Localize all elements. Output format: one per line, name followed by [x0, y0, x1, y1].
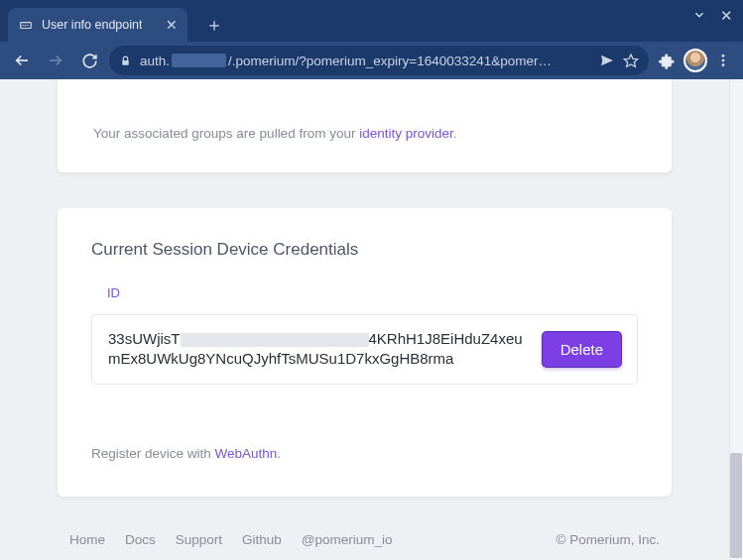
- url-redacted: [172, 54, 226, 67]
- groups-card: Your associated groups are pulled from y…: [58, 79, 672, 172]
- footer-link-support[interactable]: Support: [176, 532, 222, 547]
- delete-button[interactable]: Delete: [543, 332, 621, 367]
- kebab-menu-icon[interactable]: [715, 53, 731, 68]
- credential-id-label: ID: [91, 285, 638, 300]
- svg-point-8: [722, 55, 725, 57]
- tab-title: User info endpoint: [42, 18, 142, 32]
- address-bar[interactable]: auth./.pomerium/?pomerium_expiry=1640033…: [109, 46, 649, 75]
- groups-note: Your associated groups are pulled from y…: [58, 97, 672, 172]
- back-button[interactable]: [8, 47, 36, 74]
- bookmark-icon[interactable]: [623, 53, 639, 68]
- tab-close-icon[interactable]: ✕: [166, 17, 178, 33]
- share-icon[interactable]: [599, 53, 615, 68]
- profile-avatar[interactable]: [683, 49, 707, 72]
- identity-provider-link[interactable]: identity provider: [359, 126, 453, 141]
- session-card: Current Session Device Credentials ID 33…: [58, 208, 672, 497]
- forward-button: [42, 47, 69, 74]
- window-controls: ✕: [692, 0, 743, 42]
- credential-redacted: [181, 333, 369, 347]
- window-minimize-icon[interactable]: [692, 8, 706, 22]
- tab-active[interactable]: User info endpoint ✕: [8, 8, 187, 42]
- session-title: Current Session Device Credentials: [91, 240, 638, 260]
- svg-point-9: [722, 59, 725, 62]
- extensions-icon[interactable]: [659, 53, 676, 69]
- url-text: auth./.pomerium/?pomerium_expiry=1640033…: [140, 54, 591, 68]
- footer-link-home[interactable]: Home: [69, 532, 105, 547]
- svg-rect-6: [122, 59, 129, 64]
- page-viewport: Your associated groups are pulled from y…: [0, 79, 743, 560]
- tab-strip: User info endpoint ✕ ＋: [0, 0, 743, 42]
- footer-copyright: © Pomerium, Inc.: [557, 532, 660, 547]
- svg-point-10: [722, 63, 725, 66]
- window-close-icon[interactable]: ✕: [720, 8, 733, 23]
- credential-row: 33sUWjisT4KRhH1J8EiHduZ4xeumEx8UWkUg8YNc…: [91, 314, 638, 385]
- footer-link-docs[interactable]: Docs: [125, 532, 156, 547]
- footer-link-twitter[interactable]: @pomerium_io: [302, 532, 393, 547]
- tab-favicon-icon: [18, 17, 34, 33]
- footer-links: Home Docs Support Github @pomerium_io: [69, 532, 393, 547]
- browser-toolbar: auth./.pomerium/?pomerium_expiry=1640033…: [0, 42, 743, 79]
- svg-marker-7: [624, 55, 637, 66]
- reload-button[interactable]: [75, 47, 103, 74]
- scrollbar-track[interactable]: [729, 79, 743, 560]
- scrollbar-thumb[interactable]: [730, 453, 742, 558]
- webauthn-link[interactable]: WebAuthn: [215, 446, 278, 461]
- page-content: Your associated groups are pulled from y…: [0, 79, 729, 560]
- new-tab-button[interactable]: ＋: [205, 8, 223, 42]
- credential-id: 33sUWjisT4KRhH1J8EiHduZ4xeumEx8UWkUg8YNc…: [108, 329, 523, 370]
- register-note: Register device with WebAuthn.: [91, 420, 638, 461]
- footer-link-github[interactable]: Github: [242, 532, 282, 547]
- lock-icon: [119, 55, 132, 67]
- page-footer: Home Docs Support Github @pomerium_io © …: [58, 532, 672, 547]
